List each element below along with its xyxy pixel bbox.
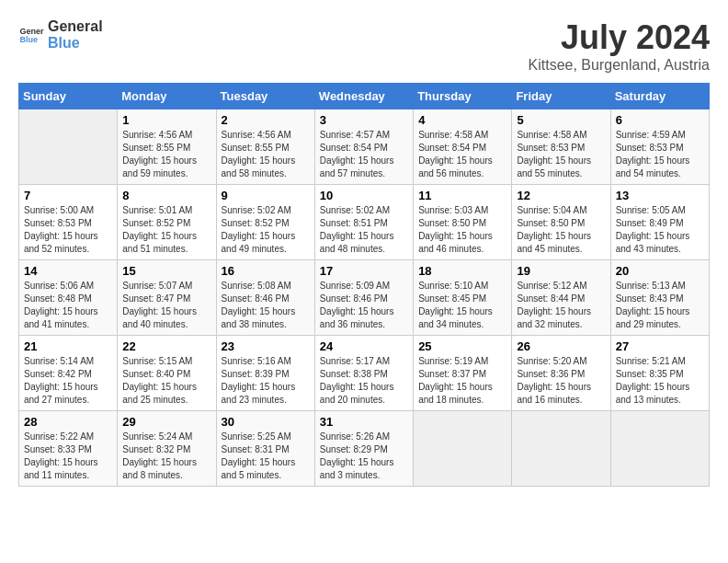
- day-info: Sunrise: 5:20 AM Sunset: 8:36 PM Dayligh…: [517, 355, 605, 407]
- location: Kittsee, Burgenland, Austria: [529, 57, 710, 74]
- calendar-cell: 23Sunrise: 5:16 AM Sunset: 8:39 PM Dayli…: [216, 336, 314, 411]
- day-info: Sunrise: 5:02 AM Sunset: 8:52 PM Dayligh…: [222, 204, 310, 256]
- day-number: 22: [122, 339, 210, 353]
- day-number: 1: [122, 113, 210, 127]
- day-info: Sunrise: 4:58 AM Sunset: 8:54 PM Dayligh…: [418, 129, 506, 180]
- calendar-week-row: 1Sunrise: 4:56 AM Sunset: 8:55 PM Daylig…: [19, 109, 710, 185]
- day-number: 25: [418, 339, 506, 353]
- calendar-cell: 11Sunrise: 5:03 AM Sunset: 8:50 PM Dayli…: [414, 185, 512, 260]
- logo-icon: General Blue: [18, 22, 44, 48]
- day-number: 23: [222, 339, 310, 353]
- day-info: Sunrise: 4:58 AM Sunset: 8:53 PM Dayligh…: [517, 129, 605, 180]
- calendar-cell: 27Sunrise: 5:21 AM Sunset: 8:35 PM Dayli…: [610, 336, 709, 411]
- day-info: Sunrise: 5:15 AM Sunset: 8:40 PM Dayligh…: [122, 355, 210, 407]
- day-info: Sunrise: 5:25 AM Sunset: 8:31 PM Dayligh…: [222, 431, 310, 482]
- day-info: Sunrise: 5:03 AM Sunset: 8:50 PM Dayligh…: [418, 204, 506, 256]
- calendar-cell: 20Sunrise: 5:13 AM Sunset: 8:43 PM Dayli…: [610, 260, 709, 336]
- day-info: Sunrise: 5:21 AM Sunset: 8:35 PM Dayligh…: [616, 355, 704, 407]
- header-day-sunday: Sunday: [19, 84, 118, 109]
- header-day-monday: Monday: [118, 84, 216, 109]
- calendar-cell: 6Sunrise: 4:59 AM Sunset: 8:53 PM Daylig…: [610, 109, 709, 185]
- calendar-cell: 14Sunrise: 5:06 AM Sunset: 8:48 PM Dayli…: [19, 260, 118, 336]
- header-day-saturday: Saturday: [610, 84, 709, 109]
- day-number: 11: [418, 189, 506, 202]
- calendar-cell: 31Sunrise: 5:26 AM Sunset: 8:29 PM Dayli…: [314, 411, 413, 487]
- day-number: 20: [616, 264, 704, 278]
- calendar-cell: 18Sunrise: 5:10 AM Sunset: 8:45 PM Dayli…: [414, 260, 512, 336]
- calendar-cell: [512, 411, 610, 487]
- header-day-wednesday: Wednesday: [314, 84, 413, 109]
- day-info: Sunrise: 4:57 AM Sunset: 8:54 PM Dayligh…: [320, 129, 408, 180]
- calendar-cell: 9Sunrise: 5:02 AM Sunset: 8:52 PM Daylig…: [216, 185, 314, 260]
- calendar-week-row: 21Sunrise: 5:14 AM Sunset: 8:42 PM Dayli…: [19, 336, 710, 411]
- day-info: Sunrise: 4:59 AM Sunset: 8:53 PM Dayligh…: [616, 129, 704, 180]
- calendar-week-row: 14Sunrise: 5:06 AM Sunset: 8:48 PM Dayli…: [19, 260, 710, 336]
- day-number: 12: [517, 189, 605, 202]
- day-info: Sunrise: 5:00 AM Sunset: 8:53 PM Dayligh…: [24, 204, 112, 256]
- day-number: 31: [320, 415, 408, 429]
- day-info: Sunrise: 5:09 AM Sunset: 8:46 PM Dayligh…: [320, 280, 408, 331]
- calendar-week-row: 28Sunrise: 5:22 AM Sunset: 8:33 PM Dayli…: [19, 411, 710, 487]
- day-info: Sunrise: 5:17 AM Sunset: 8:38 PM Dayligh…: [320, 355, 408, 407]
- calendar-cell: [610, 411, 709, 487]
- day-number: 29: [122, 415, 210, 429]
- day-number: 9: [222, 189, 310, 202]
- calendar-cell: 21Sunrise: 5:14 AM Sunset: 8:42 PM Dayli…: [19, 336, 118, 411]
- calendar-cell: 5Sunrise: 4:58 AM Sunset: 8:53 PM Daylig…: [512, 109, 610, 185]
- month-year: July 2024: [529, 18, 710, 57]
- calendar-cell: 7Sunrise: 5:00 AM Sunset: 8:53 PM Daylig…: [19, 185, 118, 260]
- day-number: 5: [517, 113, 605, 127]
- day-number: 17: [320, 264, 408, 278]
- day-info: Sunrise: 5:22 AM Sunset: 8:33 PM Dayligh…: [24, 431, 112, 482]
- day-info: Sunrise: 5:04 AM Sunset: 8:50 PM Dayligh…: [517, 204, 605, 256]
- day-info: Sunrise: 5:01 AM Sunset: 8:52 PM Dayligh…: [122, 204, 210, 256]
- day-info: Sunrise: 5:13 AM Sunset: 8:43 PM Dayligh…: [616, 280, 704, 331]
- calendar-cell: 1Sunrise: 4:56 AM Sunset: 8:55 PM Daylig…: [118, 109, 216, 185]
- logo-blue: Blue: [48, 35, 103, 52]
- calendar-cell: 26Sunrise: 5:20 AM Sunset: 8:36 PM Dayli…: [512, 336, 610, 411]
- day-info: Sunrise: 5:12 AM Sunset: 8:44 PM Dayligh…: [517, 280, 605, 331]
- day-number: 26: [517, 339, 605, 353]
- day-info: Sunrise: 5:26 AM Sunset: 8:29 PM Dayligh…: [320, 431, 408, 482]
- day-number: 28: [24, 415, 112, 429]
- day-number: 14: [24, 264, 112, 278]
- logo-general: General: [48, 18, 103, 35]
- logo: General Blue General Blue: [18, 18, 103, 51]
- day-info: Sunrise: 5:07 AM Sunset: 8:47 PM Dayligh…: [122, 280, 210, 331]
- calendar-cell: 8Sunrise: 5:01 AM Sunset: 8:52 PM Daylig…: [118, 185, 216, 260]
- day-number: 24: [320, 339, 408, 353]
- calendar-table: SundayMondayTuesdayWednesdayThursdayFrid…: [18, 83, 710, 487]
- day-number: 10: [320, 189, 408, 202]
- calendar-cell: 30Sunrise: 5:25 AM Sunset: 8:31 PM Dayli…: [216, 411, 314, 487]
- day-info: Sunrise: 5:02 AM Sunset: 8:51 PM Dayligh…: [320, 204, 408, 256]
- calendar-cell: 3Sunrise: 4:57 AM Sunset: 8:54 PM Daylig…: [314, 109, 413, 185]
- day-number: 4: [418, 113, 506, 127]
- day-number: 21: [24, 339, 112, 353]
- header-day-thursday: Thursday: [414, 84, 512, 109]
- day-info: Sunrise: 5:16 AM Sunset: 8:39 PM Dayligh…: [222, 355, 310, 407]
- day-info: Sunrise: 5:24 AM Sunset: 8:32 PM Dayligh…: [122, 431, 210, 482]
- svg-text:Blue: Blue: [19, 35, 38, 44]
- svg-text:General: General: [19, 26, 44, 35]
- calendar-cell: 24Sunrise: 5:17 AM Sunset: 8:38 PM Dayli…: [314, 336, 413, 411]
- calendar-cell: 17Sunrise: 5:09 AM Sunset: 8:46 PM Dayli…: [314, 260, 413, 336]
- day-number: 16: [222, 264, 310, 278]
- day-number: 27: [616, 339, 704, 353]
- day-number: 2: [222, 113, 310, 127]
- title-block: July 2024 Kittsee, Burgenland, Austria: [529, 18, 710, 74]
- calendar-cell: 25Sunrise: 5:19 AM Sunset: 8:37 PM Dayli…: [414, 336, 512, 411]
- day-info: Sunrise: 5:06 AM Sunset: 8:48 PM Dayligh…: [24, 280, 112, 331]
- day-number: 13: [616, 189, 704, 202]
- calendar-cell: 2Sunrise: 4:56 AM Sunset: 8:55 PM Daylig…: [216, 109, 314, 185]
- day-info: Sunrise: 4:56 AM Sunset: 8:55 PM Dayligh…: [122, 129, 210, 180]
- calendar-cell: 29Sunrise: 5:24 AM Sunset: 8:32 PM Dayli…: [118, 411, 216, 487]
- calendar-cell: 12Sunrise: 5:04 AM Sunset: 8:50 PM Dayli…: [512, 185, 610, 260]
- calendar-cell: 10Sunrise: 5:02 AM Sunset: 8:51 PM Dayli…: [314, 185, 413, 260]
- header-day-tuesday: Tuesday: [216, 84, 314, 109]
- calendar-cell: 13Sunrise: 5:05 AM Sunset: 8:49 PM Dayli…: [610, 185, 709, 260]
- day-info: Sunrise: 5:08 AM Sunset: 8:46 PM Dayligh…: [222, 280, 310, 331]
- calendar-week-row: 7Sunrise: 5:00 AM Sunset: 8:53 PM Daylig…: [19, 185, 710, 260]
- day-number: 8: [122, 189, 210, 202]
- day-number: 18: [418, 264, 506, 278]
- day-number: 3: [320, 113, 408, 127]
